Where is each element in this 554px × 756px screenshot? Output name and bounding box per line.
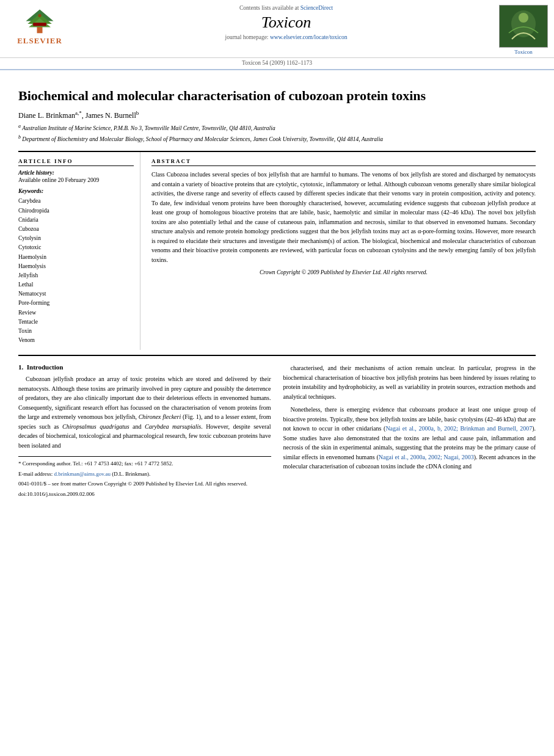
citation-nagai-2000: Nagai et al., 2000a, b, 2002; Brinkman a… xyxy=(385,425,532,432)
keyword-cytolysin: Cytolysin xyxy=(18,234,134,243)
affil-2-sup: b xyxy=(18,134,21,140)
keyword-cubozoa: Cubozoa xyxy=(18,225,134,234)
main-content: Biochemical and molecular characterisati… xyxy=(0,70,554,506)
journal-title: Toxicon xyxy=(86,13,487,32)
available-online: Available online 20 February 2009 xyxy=(18,177,134,183)
svg-rect-0 xyxy=(37,26,43,33)
toxicon-cover-image xyxy=(499,5,548,48)
footnote-email-label: E-mail address: xyxy=(18,471,54,477)
keyword-toxin: Toxin xyxy=(18,327,134,336)
homepage-url[interactable]: www.elsevier.com/locate/toxicon xyxy=(270,34,348,40)
affil-1-text: Australian Institute of Marine Science, … xyxy=(22,125,275,131)
article-info-abstract-section: ARTICLE INFO Article history: Available … xyxy=(18,151,536,350)
science-direct-link[interactable]: ScienceDirect xyxy=(301,5,333,11)
article-title: Biochemical and molecular characterisati… xyxy=(18,87,536,105)
keyword-chirodropida: Chirodropida xyxy=(18,206,134,216)
affiliation-2: b Department of Biochemistry and Molecul… xyxy=(18,134,536,144)
article-info-label: ARTICLE INFO xyxy=(18,158,134,166)
homepage-label: journal homepage: xyxy=(225,34,269,40)
keyword-carybdea: Carybdea xyxy=(18,197,134,206)
header: ELSEVIER Contents lists available at Sci… xyxy=(0,0,554,70)
abstract-paragraph: Class Cubozoa includes several species o… xyxy=(151,170,536,264)
keyword-lethal: Lethal xyxy=(18,280,134,289)
keyword-jellyfish: Jellyfish xyxy=(18,271,134,280)
keyword-cnidaria: Cnidaria xyxy=(18,216,134,225)
introduction-text-right: characterised, and their mechanisms of a… xyxy=(283,363,536,471)
keyword-haemolysin: Haemolysin xyxy=(18,253,134,262)
authors-line: Diane L. Brinkmana,*, James N. Burnellb xyxy=(18,110,536,120)
footnote-email-name: (D.L. Brinkman). xyxy=(111,471,150,477)
article-history: Article history: Available online 20 Feb… xyxy=(18,170,134,183)
affiliations: a Australian Institute of Marine Science… xyxy=(18,123,536,144)
affil-1-sup: a xyxy=(18,123,21,129)
chironex-name: Chironex fleckeri xyxy=(139,413,181,420)
section-title: Introduction xyxy=(27,363,64,371)
abstract-label: ABSTRACT xyxy=(151,158,536,166)
keywords-label: Keywords: xyxy=(18,188,134,194)
footnote-issn: 0041-0101/$ – see front matter Crown Cop… xyxy=(18,480,271,489)
affiliation-1: a Australian Institute of Marine Science… xyxy=(18,123,536,133)
science-direct-text: Contents lists available at xyxy=(239,5,299,11)
chiropsalmus-name: Chiropsalmus quadrigatus xyxy=(62,423,129,430)
keyword-cytotoxic: Cytotoxic xyxy=(18,243,134,252)
svg-rect-5 xyxy=(33,23,46,26)
header-center: Contents lists available at ScienceDirec… xyxy=(73,5,499,40)
and-connector: and xyxy=(133,423,141,430)
author-2-name: James N. Burnell xyxy=(86,111,136,120)
keywords-list: Carybdea Chirodropida Cnidaria Cubozoa C… xyxy=(18,197,134,345)
body-content: 1. Introduction Cubozoan jellyfish produ… xyxy=(18,355,536,500)
author-2-sup: b xyxy=(136,110,139,116)
toxicon-cover-label: Toxicon xyxy=(514,49,532,55)
keyword-haemolysis: Haemolysis xyxy=(18,262,134,271)
body-two-columns: 1. Introduction Cubozoan jellyfish produ… xyxy=(18,363,536,500)
introduction-text-left: Cubozoan jellyfish produce an array of t… xyxy=(18,374,271,450)
elsevier-tree-icon xyxy=(15,7,64,35)
footnote-email-link[interactable]: d.brinkman@aims.gov.au xyxy=(54,471,110,477)
footnotes: * Corresponding author. Tel.: +61 7 4753… xyxy=(18,456,271,498)
body-left-column: 1. Introduction Cubozoan jellyfish produ… xyxy=(18,363,271,500)
keyword-pore-forming: Pore-forming xyxy=(18,299,134,308)
affil-2-text: Department of Biochemistry and Molecular… xyxy=(22,136,383,142)
cover-section: Toxicon xyxy=(499,5,548,55)
science-direct-line: Contents lists available at ScienceDirec… xyxy=(86,5,487,11)
citation-nagai-2002: Nagai et al., 2000a, 2002; Nagai, 2003 xyxy=(379,454,474,460)
keyword-review: Review xyxy=(18,308,134,318)
abstract-text: Class Cubozoa includes several species o… xyxy=(151,170,536,277)
keyword-venom: Venom xyxy=(18,336,134,345)
cover-art-icon xyxy=(500,5,547,47)
footnote-corresponding: * Corresponding author. Tel.: +61 7 4753… xyxy=(18,460,271,468)
header-top: ELSEVIER Contents lists available at Sci… xyxy=(0,5,554,55)
keywords-section: Keywords: Carybdea Chirodropida Cnidaria… xyxy=(18,188,134,345)
copyright-line: Crown Copyright © 2009 Published by Else… xyxy=(151,268,536,277)
article-info-column: ARTICLE INFO Article history: Available … xyxy=(18,152,140,350)
journal-homepage: journal homepage: www.elsevier.com/locat… xyxy=(86,34,487,40)
keyword-nematocyst: Nematocyst xyxy=(18,289,134,299)
intro-para-1: Cubozoan jellyfish produce an array of t… xyxy=(18,374,271,450)
footnote-doi: doi:10.1016/j.toxicon.2009.02.006 xyxy=(18,490,271,499)
right-para-2: Nonetheless, there is emerging evidence … xyxy=(283,405,536,471)
author-1-sup: a,* xyxy=(75,110,82,116)
abstract-column: ABSTRACT Class Cubozoa includes several … xyxy=(151,152,536,350)
svg-point-4 xyxy=(38,13,41,16)
keyword-tentacle: Tentacle xyxy=(18,318,134,327)
history-label: Article history: xyxy=(18,170,134,176)
body-right-column: characterised, and their mechanisms of a… xyxy=(283,363,536,500)
journal-reference: Toxicon 54 (2009) 1162–1173 xyxy=(0,57,554,69)
section-number: 1. xyxy=(18,363,23,371)
elsevier-label: ELSEVIER xyxy=(17,36,62,46)
right-para-1: characterised, and their mechanisms of a… xyxy=(283,363,536,401)
author-1-name: Diane L. Brinkman xyxy=(18,111,75,120)
footnote-email: E-mail address: d.brinkman@aims.gov.au (… xyxy=(18,470,271,479)
svg-point-8 xyxy=(519,13,528,23)
page: ELSEVIER Contents lists available at Sci… xyxy=(0,0,554,756)
introduction-heading: 1. Introduction xyxy=(18,363,271,371)
carybdea-name: Carybdea marsupialis xyxy=(145,423,201,430)
elsevier-logo: ELSEVIER xyxy=(6,5,73,48)
